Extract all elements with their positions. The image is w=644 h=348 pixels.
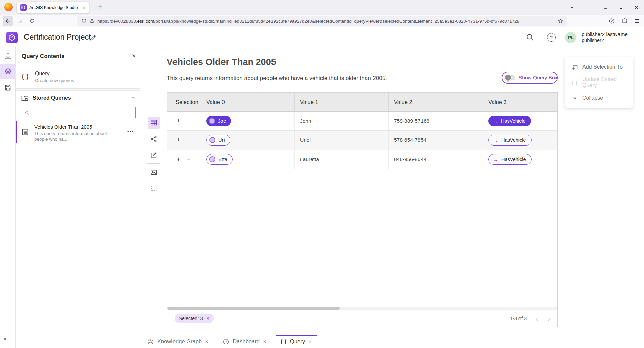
clear-selection-icon[interactable]: ✕ — [206, 316, 210, 321]
entity-label: Uri — [218, 137, 225, 143]
url-text: https://dev0028833.esri.com/portal/apps/… — [97, 19, 555, 24]
tab-dashboard[interactable]: Dashboard ✕ — [217, 335, 271, 348]
add-to-selection-icon[interactable]: + — [177, 136, 180, 144]
remove-from-selection-icon[interactable]: − — [187, 117, 190, 125]
header-divider — [540, 27, 540, 47]
tab-label: Knowledge Graph — [157, 338, 202, 345]
cell-value1[interactable]: John — [295, 112, 389, 130]
remove-from-selection-icon[interactable]: − — [187, 136, 190, 144]
data-model-tree-icon[interactable] — [0, 48, 16, 64]
selection-context-menu: Add Selection To { } Update Stored Query… — [565, 57, 633, 108]
panel-close-icon[interactable]: ✕ — [132, 53, 136, 59]
browser-tab[interactable]: ArcGIS Knowledge Studio ✕ — [17, 2, 89, 13]
braces-icon: { } — [571, 80, 578, 85]
stored-query-title: Vehicles Older Than 2005 — [34, 124, 92, 130]
menu-item-label: Update Stored Query — [582, 76, 627, 89]
window-close-icon[interactable] — [629, 0, 644, 15]
toggle-track — [505, 75, 515, 80]
tab-query[interactable]: { } Query ✕ — [276, 335, 317, 348]
arcgis-favicon-icon — [20, 4, 27, 11]
map-view-icon[interactable] — [148, 166, 160, 178]
column-header-value1[interactable]: Value 1 — [295, 93, 389, 111]
add-to-selection-icon[interactable]: + — [177, 117, 180, 125]
relationship-pill[interactable]: → HasVehicle — [488, 135, 532, 146]
stored-query-description: This query returns information about peo… — [34, 131, 118, 142]
menu-item-add-selection-to[interactable]: Add Selection To — [565, 60, 633, 74]
list-all-tabs-icon[interactable] — [565, 0, 579, 15]
arrow-right-icon: → — [493, 118, 498, 124]
cell-value1[interactable]: Uriel — [295, 131, 389, 150]
table-view-icon[interactable] — [148, 117, 160, 129]
cell-value1[interactable]: Lauretta — [295, 150, 389, 169]
tab-label: Dashboard — [233, 338, 260, 345]
column-header-value0[interactable]: Value 0 — [201, 93, 295, 111]
stored-query-options-icon[interactable]: ••• — [127, 129, 134, 134]
relationship-pill[interactable]: → HasVehicle — [488, 154, 532, 165]
cell-value2[interactable]: 578-654-7854 — [389, 131, 483, 150]
previous-page-icon[interactable]: ‹ — [536, 315, 538, 322]
url-bar[interactable]: https://dev0028833.esri.com/portal/apps/… — [77, 16, 567, 26]
tab-close-icon[interactable]: ✕ — [263, 339, 266, 344]
entity-pill[interactable]: Etta — [206, 154, 233, 165]
window-maximize-icon[interactable] — [613, 0, 629, 15]
expand-rail-icon[interactable]: » — [3, 335, 6, 342]
cell-value2[interactable]: 846-956-8644 — [389, 150, 483, 169]
horizontal-scrollbar[interactable] — [167, 307, 557, 310]
extensions-puzzle-icon[interactable] — [621, 17, 629, 25]
bookmark-star-icon[interactable] — [558, 18, 563, 24]
forward-button[interactable] — [15, 16, 25, 26]
new-tab-button[interactable]: + — [95, 3, 105, 12]
menu-item-update-stored-query[interactable]: { } Update Stored Query — [565, 76, 633, 89]
hamburger-menu-icon[interactable] — [633, 17, 641, 25]
reload-button[interactable] — [27, 16, 37, 26]
selected-count-chip[interactable]: Selected: 3 ✕ — [175, 314, 214, 323]
user-username: publisher2 — [582, 37, 628, 43]
knowledge-graph-icon — [147, 338, 154, 345]
tab-close-icon[interactable]: ✕ — [82, 5, 86, 10]
tracking-shield-icon[interactable] — [81, 18, 87, 24]
stored-queries-search-input[interactable] — [21, 107, 136, 118]
user-info[interactable]: publisher2 lastName publisher2 — [582, 31, 628, 43]
cell-value2[interactable]: 759-889-57168 — [389, 112, 483, 130]
relationship-pill[interactable]: → HasVehicle — [488, 116, 531, 126]
column-header-selection[interactable]: Selection — [167, 93, 201, 111]
stored-query-item[interactable]: Vehicles Older Than 2005 This query retu… — [16, 121, 140, 143]
remove-from-selection-icon[interactable]: − — [187, 156, 190, 163]
help-icon[interactable]: ? — [547, 33, 556, 42]
column-header-value2[interactable]: Value 2 — [389, 93, 483, 111]
layers-panel-icon[interactable] — [0, 64, 16, 79]
tab-close-icon[interactable]: ✕ — [308, 339, 312, 344]
column-header-value3[interactable]: Value 3 — [483, 93, 557, 111]
query-create-item[interactable]: { } Query Create new queries — [16, 67, 140, 88]
save-icon[interactable] — [0, 80, 16, 95]
edit-title-icon[interactable] — [89, 34, 97, 41]
menu-item-collapse[interactable]: » Collapse — [565, 91, 633, 105]
window-minimize-icon[interactable] — [598, 0, 613, 15]
user-avatar[interactable]: PL — [565, 32, 576, 43]
project-title: Certification Project — [24, 33, 91, 42]
header-search-icon[interactable] — [526, 33, 534, 42]
menu-item-label: Collapse — [582, 95, 603, 101]
search-icon — [24, 110, 30, 115]
scrollbar-thumb[interactable] — [167, 307, 340, 310]
firefox-icon[interactable] — [4, 3, 13, 11]
tab-knowledge-graph[interactable]: Knowledge Graph ✕ — [142, 335, 213, 348]
stored-queries-section[interactable]: Stored Queries — [16, 91, 140, 106]
tab-close-icon[interactable]: ✕ — [205, 339, 208, 344]
show-query-box-toggle[interactable]: Show Query Box — [502, 72, 558, 84]
entity-pill[interactable]: Joe — [206, 116, 231, 126]
table-footer: Selected: 3 ✕ 1-3 of 3 ‹ › — [167, 310, 557, 327]
relationship-label: HasVehicle — [501, 157, 526, 162]
edit-view-icon[interactable] — [148, 149, 160, 161]
back-button[interactable] — [3, 16, 13, 26]
chevron-up-icon[interactable] — [131, 95, 136, 100]
select-box-icon[interactable] — [148, 182, 160, 194]
lock-icon[interactable] — [90, 19, 94, 23]
entity-pill[interactable]: Uri — [206, 135, 230, 146]
link-chart-view-icon[interactable] — [148, 133, 160, 145]
next-page-icon[interactable]: › — [548, 315, 550, 322]
pocket-save-icon[interactable] — [608, 17, 616, 25]
toggle-knob[interactable] — [504, 74, 512, 81]
selected-indicator-bar — [16, 121, 17, 143]
add-to-selection-icon[interactable]: + — [177, 156, 180, 163]
